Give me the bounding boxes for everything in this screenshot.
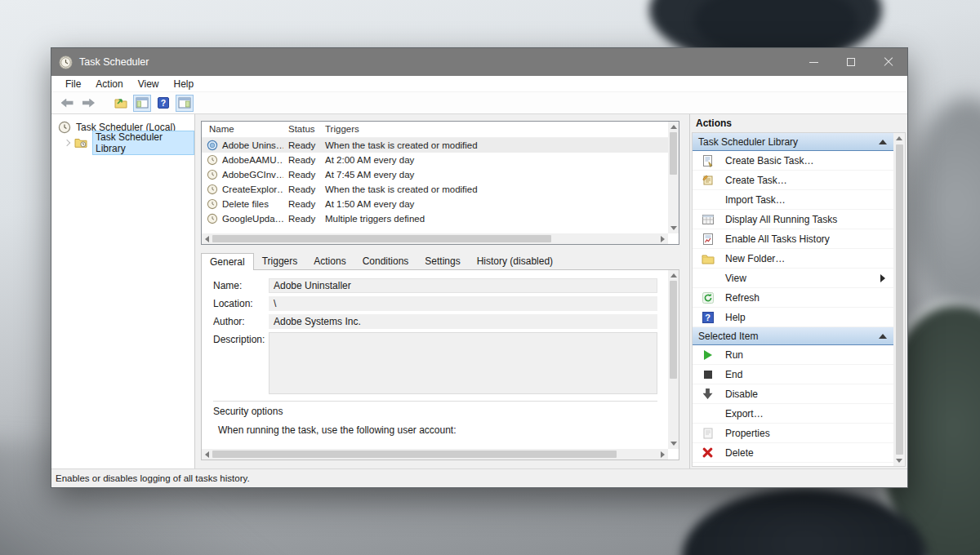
tasks-history-icon (702, 233, 715, 246)
actions-section-selected-item-header[interactable]: Selected Item (693, 327, 893, 345)
up-level-button[interactable] (112, 95, 130, 112)
maximize-button[interactable] (832, 48, 870, 76)
action-import-task[interactable]: Import Task… (693, 190, 893, 210)
action-create-basic-task[interactable]: Create Basic Task… (693, 151, 893, 171)
task-clock-icon (207, 140, 218, 151)
tab-horizontal-scrollbar[interactable] (202, 449, 668, 460)
svg-text:?: ? (161, 98, 166, 108)
task-triggers: When the task is created or modified (320, 140, 668, 150)
scroll-down-icon[interactable] (896, 459, 902, 463)
tab-settings[interactable]: Settings (416, 253, 468, 270)
menubar: File Action View Help (51, 76, 907, 92)
collapse-icon[interactable] (879, 140, 887, 144)
tab-conditions[interactable]: Conditions (354, 253, 417, 270)
action-delete[interactable]: Delete (693, 443, 893, 463)
forward-button[interactable] (79, 95, 97, 112)
tab-general[interactable]: General (201, 253, 254, 270)
clock-icon (58, 121, 71, 134)
action-pane-toggle-button[interactable] (176, 95, 194, 112)
security-options-separator (213, 401, 657, 402)
close-button[interactable] (870, 48, 907, 76)
action-clipped-row[interactable] (693, 463, 893, 466)
center-pane: Name Status Triggers Adobe Unins… Ready … (195, 114, 689, 468)
action-help[interactable]: Help (693, 308, 893, 327)
expander-icon[interactable] (64, 139, 70, 145)
action-run[interactable]: Run (693, 345, 893, 365)
help-icon (702, 312, 714, 323)
app-clock-icon (59, 56, 73, 69)
delete-icon (702, 447, 713, 458)
action-create-task[interactable]: Create Task… (693, 171, 893, 190)
description-field[interactable] (269, 332, 657, 394)
help-toolbar-button[interactable]: ? (154, 95, 172, 112)
end-icon (704, 371, 712, 379)
minimize-button[interactable] (795, 48, 832, 76)
column-header-status[interactable]: Status (283, 122, 320, 137)
action-enable-all-tasks-history[interactable]: Enable All Tasks History (693, 229, 893, 249)
task-row[interactable]: AdobeAAMU… Ready At 2:00 AM every day (202, 153, 679, 167)
action-end[interactable]: End (693, 365, 893, 384)
task-row[interactable]: Adobe Unins… Ready When the task is crea… (202, 138, 679, 153)
task-row[interactable]: AdobeGCInv… Ready At 7:45 AM every day (202, 167, 679, 182)
tab-history[interactable]: History (disabled) (469, 253, 561, 270)
scroll-up-icon[interactable] (670, 125, 677, 129)
main-area: Task Scheduler (Local) Task Scheduler Li… (51, 114, 907, 468)
name-field[interactable]: Adobe Uninstaller (269, 278, 657, 293)
scroll-down-icon[interactable] (670, 442, 677, 446)
action-export[interactable]: Export… (693, 404, 893, 424)
task-triggers: At 2:00 AM every day (320, 155, 668, 165)
tab-triggers[interactable]: Triggers (254, 253, 306, 270)
scroll-left-icon[interactable] (205, 451, 209, 458)
action-new-folder[interactable]: New Folder… (693, 249, 893, 269)
maximize-icon (847, 58, 855, 66)
action-view[interactable]: View (693, 269, 893, 288)
task-row[interactable]: CreateExplor… Ready When the task is cre… (202, 182, 679, 197)
tab-vertical-scrollbar[interactable] (668, 270, 679, 449)
menu-view[interactable]: View (131, 78, 167, 90)
actions-section-library-header[interactable]: Task Scheduler Library (693, 133, 893, 151)
task-name: AdobeAAMU… (222, 155, 283, 165)
scrollbar-thumb[interactable] (670, 281, 677, 379)
menu-help[interactable]: Help (167, 78, 202, 90)
action-disable[interactable]: Disable (693, 384, 893, 404)
action-refresh[interactable]: Refresh (693, 288, 893, 308)
task-list-horizontal-scrollbar[interactable] (202, 233, 668, 244)
folder-arrow-icon (114, 96, 127, 109)
titlebar[interactable]: Task Scheduler (51, 48, 907, 76)
scroll-up-icon[interactable] (670, 273, 677, 278)
tree-item-task-scheduler-library[interactable]: Task Scheduler Library (51, 135, 194, 150)
create-basic-task-icon (702, 154, 715, 167)
task-clock-icon (207, 198, 218, 210)
scroll-down-icon[interactable] (670, 226, 677, 230)
scrollbar-thumb[interactable] (212, 235, 551, 242)
scrollbar-thumb[interactable] (212, 451, 617, 458)
tab-strip: General Triggers Actions Conditions Sett… (201, 253, 679, 270)
background-rock-right (911, 98, 980, 310)
task-row[interactable]: Delete files Ready At 1:50 AM every day (202, 197, 679, 211)
status-bar: Enables or disables logging of all tasks… (51, 468, 907, 487)
scrollbar-thumb[interactable] (670, 132, 677, 175)
action-properties[interactable]: Properties (693, 424, 893, 443)
menu-action[interactable]: Action (88, 78, 130, 90)
back-button[interactable] (58, 95, 76, 112)
tab-actions[interactable]: Actions (305, 253, 354, 270)
menu-file[interactable]: File (58, 78, 88, 90)
action-item-label: Enable All Tasks History (725, 233, 885, 245)
task-status: Ready (283, 140, 320, 150)
actions-vertical-scrollbar[interactable] (893, 133, 905, 466)
task-status: Ready (283, 170, 320, 180)
scrollbar-thumb[interactable] (896, 144, 903, 455)
console-tree-toggle-button[interactable] (133, 95, 151, 112)
task-list-vertical-scrollbar[interactable] (668, 122, 679, 233)
column-header-name[interactable]: Name (202, 122, 283, 137)
scroll-up-icon[interactable] (896, 136, 902, 140)
action-display-all-running-tasks[interactable]: Display All Running Tasks (693, 210, 893, 229)
task-row[interactable]: GoogleUpda… Ready Multiple triggers defi… (202, 211, 679, 226)
scroll-right-icon[interactable] (661, 236, 665, 242)
scroll-left-icon[interactable] (205, 236, 209, 242)
task-name: Delete files (222, 199, 269, 209)
column-header-triggers[interactable]: Triggers (320, 122, 668, 137)
collapse-icon[interactable] (879, 334, 887, 339)
task-name: CreateExplor… (222, 184, 283, 194)
scroll-right-icon[interactable] (661, 451, 665, 458)
